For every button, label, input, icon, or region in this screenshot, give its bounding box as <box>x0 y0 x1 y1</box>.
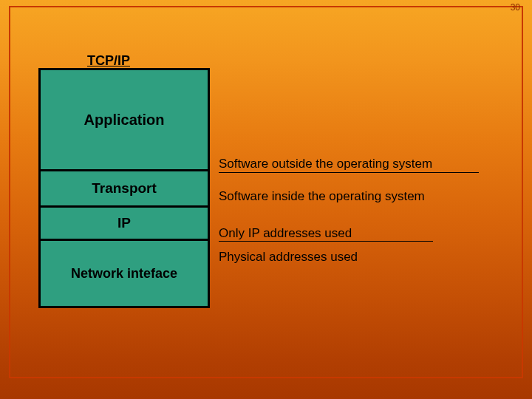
divider-os-boundary <box>219 172 479 173</box>
annotation-inside-os: Software inside the operating system <box>219 189 499 204</box>
annotation-ip-addresses: Only IP addresses used <box>219 226 499 241</box>
divider-address-boundary <box>219 241 433 242</box>
layer-application: Application <box>38 68 210 171</box>
tcpip-stack: Application Transport IP Network intefac… <box>38 70 210 308</box>
layer-label: Network inteface <box>71 266 177 282</box>
layer-ip: IP <box>38 205 210 241</box>
slide: 30 TCP/IP Application Transport IP Netwo… <box>0 0 532 399</box>
layer-label: Application <box>84 112 165 129</box>
layer-label: IP <box>117 215 131 231</box>
layer-network-interface: Network inteface <box>38 239 210 308</box>
stack-title: TCP/IP <box>87 53 130 69</box>
page-number: 30 <box>511 2 520 13</box>
layer-label: Transport <box>92 180 157 197</box>
layer-transport: Transport <box>38 169 210 208</box>
annotation-physical-addresses: Physical addresses used <box>219 250 499 265</box>
annotation-outside-os: Software outside the operating system <box>219 157 499 171</box>
